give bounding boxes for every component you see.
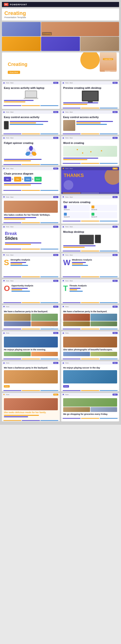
laptop-icon: [25, 90, 37, 98]
card-btn[interactable]: More: [53, 280, 58, 282]
slide-barbecue-large: Home More We have a barbecue party in th…: [2, 361, 60, 392]
bar-lines: [10, 121, 58, 130]
shopping-photos: [63, 398, 117, 412]
slide-row-2: Home About More Easy control access acti…: [2, 110, 119, 135]
chain-node-3: Action: [24, 177, 32, 182]
slide-row-swot-1: Home About More S Strengths Analysis: [2, 253, 119, 278]
thanks-body: THANKS: [61, 170, 119, 192]
card-body: We have a barbecue party in the backyard…: [61, 308, 119, 328]
card-btn[interactable]: More: [53, 82, 58, 84]
card-body: We go shopping for groceries every Frida…: [61, 396, 119, 418]
card-body: Our services creating Service 01 Service…: [61, 199, 119, 220]
bar-lines: [11, 288, 33, 292]
service-1: Service 01: [63, 205, 90, 211]
card-btn[interactable]: More: [112, 394, 117, 396]
slide-soccer-day: Home More He enjoys playing soccer in th…: [61, 361, 119, 392]
card-btn[interactable]: More: [112, 280, 117, 282]
card-btn[interactable]: More: [53, 196, 58, 198]
card-title: Word in creating: [63, 142, 117, 145]
card-btn[interactable]: More: [112, 168, 117, 170]
card-header: Home About More: [2, 167, 60, 170]
card-footer: [61, 133, 119, 135]
card-btn[interactable]: More: [53, 254, 58, 256]
card-header: Home More: [2, 393, 60, 396]
card-btn[interactable]: More: [53, 306, 58, 308]
collage-cell-4: [41, 37, 80, 51]
laptop-base: [24, 98, 38, 99]
nav-btn[interactable]: Learn More: [103, 58, 113, 60]
phone-area: [4, 120, 58, 130]
photo-baking: [4, 201, 58, 213]
slide-row-1: Home About More Easy access activity wit…: [2, 81, 119, 109]
slide-mockup-desktop: Home About More Mockup desktop: [61, 225, 119, 252]
meal-photo: [4, 398, 58, 410]
card-footer: [61, 162, 119, 164]
card-btn[interactable]: More: [112, 332, 117, 334]
card-btn[interactable]: More: [112, 82, 117, 84]
card-body: We have a barbecue party in the backyard…: [2, 364, 60, 390]
card-btn[interactable]: More: [112, 137, 117, 139]
swot-body: T Threats Analysis: [61, 282, 119, 302]
slide-row-4: Home About More Chain process diagram Id…: [2, 167, 119, 194]
slide-our-services: Home About More Our services creating Se…: [61, 195, 119, 224]
card-btn[interactable]: More: [112, 254, 117, 256]
card-header: Home About More: [2, 279, 60, 282]
nav-item-about[interactable]: About: [19, 58, 23, 60]
card-header: Home More: [2, 305, 60, 308]
card-btn[interactable]: More: [53, 168, 58, 170]
bar-lines: [5, 242, 57, 245]
card-btn[interactable]: More: [53, 111, 58, 113]
card-btn[interactable]: More: [53, 362, 58, 364]
sub-photos: [4, 352, 58, 356]
bar-lines: [4, 100, 58, 102]
card-body: Mockup desktop: [61, 228, 119, 250]
slide-row-swot-2: Home About More O Opportunity Analysis: [2, 279, 119, 304]
hero-title: Creating: [8, 62, 113, 67]
card-btn[interactable]: More: [112, 362, 117, 364]
card-header: Home About More: [2, 136, 60, 140]
card-btn[interactable]: More: [53, 332, 58, 334]
photo-1: [4, 314, 31, 321]
card-footer: [2, 276, 60, 278]
photo-grid: [63, 314, 117, 326]
card-btn[interactable]: More: [53, 137, 58, 139]
bar-lines: [4, 159, 58, 161]
photo-grid: [4, 314, 58, 326]
bar-lines: [76, 121, 117, 131]
card-header: Home About More: [61, 81, 119, 84]
page-wrapper: PP POWERPOINT Creating Presentation Temp…: [0, 0, 121, 425]
slide-photographs: Home More She takes photographs of beaut…: [61, 331, 119, 360]
nav-item-contact[interactable]: Contact: [13, 58, 18, 60]
card-title: Preview creating with desktop: [63, 86, 117, 90]
hero-cta-button[interactable]: Read More: [8, 71, 20, 74]
bar-lines: [69, 288, 87, 292]
card-title: Easy control access activity: [4, 116, 58, 119]
card-header: Home About More: [61, 136, 119, 140]
collage-cell-3: [2, 37, 41, 51]
card-btn[interactable]: More: [112, 111, 117, 113]
card-btn[interactable]: More: [53, 394, 58, 396]
nav-item-home[interactable]: Home: [8, 58, 12, 60]
card-btn[interactable]: More: [112, 306, 117, 308]
chain-node-4: Result: [34, 177, 42, 182]
hero-banner: Home Contact About Service Learn More Cr…: [2, 52, 119, 80]
slide-weakness: Home About More W Weakness Analysis: [61, 253, 119, 278]
card-btn[interactable]: More: [53, 226, 58, 228]
nav-item-service[interactable]: Service: [23, 58, 28, 60]
photo-2: [31, 314, 58, 321]
card-footer: [61, 220, 119, 222]
bar-lines: [4, 415, 58, 417]
service-2: Service 02: [91, 205, 117, 211]
card-footer: [61, 192, 119, 194]
swot-title: Threats Analysis: [69, 284, 87, 287]
photo-3: [63, 322, 90, 326]
service-3: Service 03: [63, 212, 90, 218]
slide-row-11: Home More We have a barbecue party in th…: [2, 361, 119, 392]
card-body: She takes photographs of beautiful lands…: [61, 335, 119, 358]
card-header: Home More: [2, 331, 60, 335]
hero-thumbnails: We enjoy... We go shopping...: [104, 70, 117, 78]
swot-title: Strengths Analysis: [11, 258, 30, 261]
card-btn[interactable]: More: [112, 196, 117, 198]
hero-subtitle: Presentation Template: [8, 68, 42, 69]
card-btn[interactable]: More: [112, 226, 117, 228]
